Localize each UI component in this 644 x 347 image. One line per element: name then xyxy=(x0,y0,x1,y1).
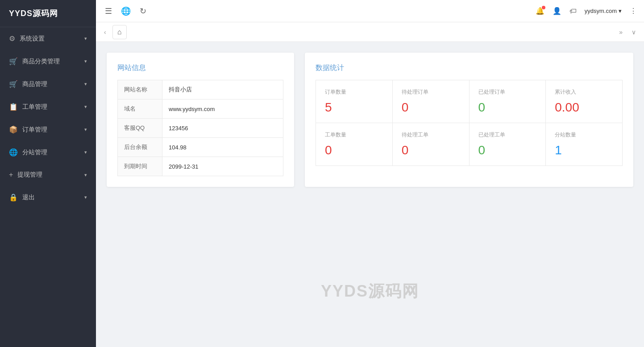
breadcrumb-back-btn[interactable]: ‹ xyxy=(101,27,109,37)
topbar: ☰ 🌐 ↻ 🔔 👤 🏷 yydsym.com ▾ ⋮ xyxy=(96,0,644,22)
site-info-table: 网站名称 抖音小店 域名 www.yydsym.com 客服QQ 123456 … xyxy=(117,80,283,176)
sidebar: YYDS源码网 ⚙ 系统设置 ▾ 🛒 商品分类管理 ▾ 🛒 商品管理 ▾ 📋 工… xyxy=(0,0,96,347)
stats-card: 数据统计 订单数量 5 待处理订单 0 已处理订单 0 累计收入 0.00 工单… xyxy=(305,53,633,187)
breadcrumb-right: » ∨ xyxy=(616,27,639,37)
sidebar-item-label: 商品管理 xyxy=(22,80,47,88)
table-row: 后台余额 104.98 xyxy=(118,138,283,157)
stat-cell-pending-work-orders: 待处理工单 0 xyxy=(393,123,469,165)
stats-title: 数据统计 xyxy=(316,63,623,73)
stat-cell-processed-orders: 已处理订单 0 xyxy=(469,80,546,123)
user-label[interactable]: yydsym.com ▾ xyxy=(585,8,622,14)
stat-value: 0 xyxy=(402,100,460,115)
sidebar-item-work-order[interactable]: 📋 工单管理 ▾ xyxy=(0,95,96,118)
withdraw-manage-icon: + xyxy=(9,171,13,179)
stat-value: 0 xyxy=(478,100,537,115)
subsite-manage-icon: 🌐 xyxy=(9,148,18,157)
stat-label: 已处理工单 xyxy=(478,131,537,139)
sidebar-item-left: 🛒 商品管理 xyxy=(9,80,47,88)
stat-label: 待处理订单 xyxy=(402,88,460,96)
info-value: 抖音小店 xyxy=(162,80,283,99)
tag-icon[interactable]: 🏷 xyxy=(569,7,577,15)
sidebar-item-label: 工单管理 xyxy=(22,103,47,111)
chevron-down-icon: ▾ xyxy=(84,81,87,87)
globe-icon[interactable]: 🌐 xyxy=(119,4,133,18)
logout-icon: 🔒 xyxy=(9,193,18,202)
sidebar-item-left: 🛒 商品分类管理 xyxy=(9,57,60,66)
stat-cell-subsite-count: 分站数量 1 xyxy=(546,123,622,165)
sidebar-menu: ⚙ 系统设置 ▾ 🛒 商品分类管理 ▾ 🛒 商品管理 ▾ 📋 工单管理 ▾ 📦 … xyxy=(0,27,96,209)
notification-dot xyxy=(542,6,545,9)
chevron-down-icon: ▾ xyxy=(84,104,87,110)
table-row: 域名 www.yydsym.com xyxy=(118,99,283,119)
stat-label: 待处理工单 xyxy=(402,131,460,139)
breadcrumb-more-btn[interactable]: » xyxy=(616,27,625,37)
table-row: 客服QQ 123456 xyxy=(118,119,283,138)
chevron-down-icon: ▾ xyxy=(84,194,87,200)
sidebar-item-left: 📋 工单管理 xyxy=(9,103,47,111)
sidebar-item-left: ⚙ 系统设置 xyxy=(9,34,45,43)
sidebar-item-system-settings[interactable]: ⚙ 系统设置 ▾ xyxy=(0,27,96,50)
site-info-card: 网站信息 网站名称 抖音小店 域名 www.yydsym.com 客服QQ 12… xyxy=(107,53,294,187)
watermark: YYDS源码网 xyxy=(321,281,419,302)
chevron-down-icon: ▾ xyxy=(84,58,87,64)
sidebar-logo: YYDS源码网 xyxy=(0,0,96,27)
info-label: 域名 xyxy=(118,99,162,119)
product-category-icon: 🛒 xyxy=(9,57,18,66)
info-value: 104.98 xyxy=(162,138,283,157)
sidebar-item-order-manage[interactable]: 📦 订单管理 ▾ xyxy=(0,118,96,141)
stat-cell-pending-orders: 待处理订单 0 xyxy=(393,80,469,123)
info-label: 后台余额 xyxy=(118,138,162,157)
stat-label: 订单数量 xyxy=(325,88,383,96)
stat-label: 已处理订单 xyxy=(478,88,537,96)
order-manage-icon: 📦 xyxy=(9,125,18,134)
info-value: www.yydsym.com xyxy=(162,99,283,119)
breadcrumb-home-btn[interactable]: ⌂ xyxy=(112,25,127,39)
sidebar-item-label: 退出 xyxy=(22,194,35,202)
info-label: 到期时间 xyxy=(118,157,162,176)
breadcrumb-bar: ‹ ⌂ » ∨ xyxy=(96,22,644,42)
notification-bell[interactable]: 🔔 xyxy=(536,7,544,15)
sidebar-item-left: 📦 订单管理 xyxy=(9,125,47,134)
menu-icon[interactable]: ☰ xyxy=(103,4,114,18)
refresh-icon[interactable]: ↻ xyxy=(138,4,148,18)
sidebar-item-product-manage[interactable]: 🛒 商品管理 ▾ xyxy=(0,73,96,95)
content-area: 网站信息 网站名称 抖音小店 域名 www.yydsym.com 客服QQ 12… xyxy=(96,42,644,347)
sidebar-item-left: 🌐 分站管理 xyxy=(9,148,47,157)
table-row: 到期时间 2099-12-31 xyxy=(118,157,283,176)
topbar-right: 🔔 👤 🏷 yydsym.com ▾ ⋮ xyxy=(536,7,637,15)
sidebar-item-left: 🔒 退出 xyxy=(9,193,35,202)
label-icon: 🏷 xyxy=(569,7,577,15)
sidebar-item-subsite-manage[interactable]: 🌐 分站管理 ▾ xyxy=(0,141,96,164)
stat-value: 0 xyxy=(325,143,383,157)
stat-label: 分站数量 xyxy=(555,131,613,139)
dropdown-arrow-icon: ▾ xyxy=(619,8,622,14)
user-avatar-icon: 👤 xyxy=(553,7,561,15)
info-value: 123456 xyxy=(162,119,283,138)
sidebar-item-product-category[interactable]: 🛒 商品分类管理 ▾ xyxy=(0,50,96,73)
sidebar-item-left: + 提现管理 xyxy=(9,171,42,179)
home-icon: ⌂ xyxy=(117,28,122,36)
stat-label: 工单数量 xyxy=(325,131,383,139)
chevron-down-icon: ▾ xyxy=(84,127,87,132)
ellipsis-icon: ⋮ xyxy=(630,7,637,15)
sidebar-item-label: 系统设置 xyxy=(20,35,45,43)
breadcrumb-expand-btn[interactable]: ∨ xyxy=(629,27,639,37)
stat-label: 累计收入 xyxy=(555,88,613,96)
more-menu-icon[interactable]: ⋮ xyxy=(630,7,637,15)
stats-grid: 订单数量 5 待处理订单 0 已处理订单 0 累计收入 0.00 工单数量 0 … xyxy=(316,80,623,166)
stat-cell-processed-work-orders: 已处理工单 0 xyxy=(469,123,546,165)
sidebar-item-label: 商品分类管理 xyxy=(22,58,60,66)
work-order-icon: 📋 xyxy=(9,103,18,111)
info-label: 网站名称 xyxy=(118,80,162,99)
stat-cell-work-order-count: 工单数量 0 xyxy=(316,123,392,165)
avatar-icon[interactable]: 👤 xyxy=(553,7,561,15)
sidebar-item-label: 分站管理 xyxy=(22,149,47,157)
info-label: 客服QQ xyxy=(118,119,162,138)
stat-value: 0.00 xyxy=(555,100,613,115)
username-text: yydsym.com xyxy=(585,8,617,14)
sidebar-item-withdraw-manage[interactable]: + 提现管理 ▾ xyxy=(0,164,96,186)
cards-row: 网站信息 网站名称 抖音小店 域名 www.yydsym.com 客服QQ 12… xyxy=(107,53,633,187)
sidebar-item-logout[interactable]: 🔒 退出 ▾ xyxy=(0,186,96,209)
stat-value: 1 xyxy=(555,143,613,157)
system-settings-icon: ⚙ xyxy=(9,34,15,43)
